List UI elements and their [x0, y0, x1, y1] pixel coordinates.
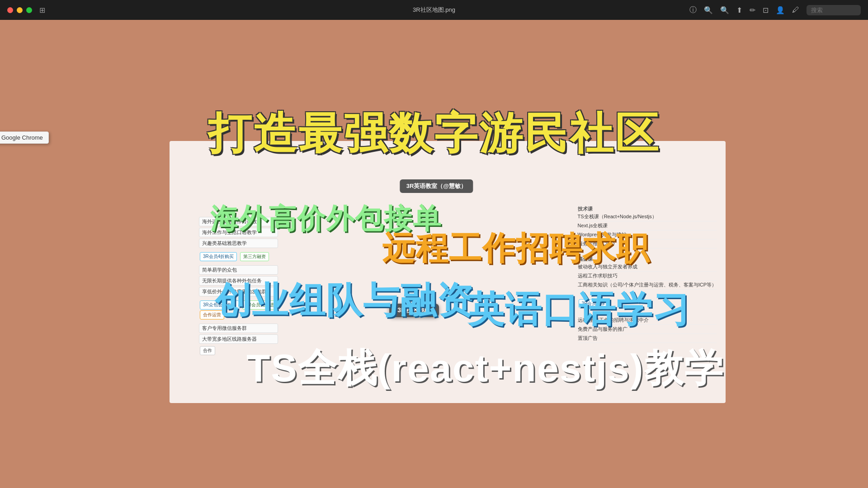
tag-item: 第三方融资	[240, 252, 269, 261]
traffic-lights	[7, 7, 32, 13]
overlay-text-yingyu: 英语口语学习	[468, 286, 690, 334]
expand-icon[interactable]: ⊡	[763, 6, 769, 14]
main-title: 打造最强数字游民社区	[208, 105, 660, 164]
overlay-text-ts: TS全栈(react+nestjs)教学	[246, 342, 724, 395]
account-icon[interactable]: 👤	[776, 6, 785, 14]
list-item: 兴趣类基础雅思教学	[199, 239, 278, 248]
window-title: 3R社区地图.png	[413, 6, 455, 14]
list-item: 远程工作求职技巧	[578, 272, 717, 281]
list-item: 简单易学的众包	[199, 265, 278, 275]
list-item: TS全栈课（React+Node.js/Nestjs）	[578, 212, 717, 221]
list-item: 置顶广告	[578, 334, 717, 343]
preview-container: 打造最强数字游民社区 海外远程编码工作口语教学 海外工作与生活口语教学 兴趣类基…	[142, 96, 726, 403]
zoom-in-icon[interactable]: 🔍	[720, 6, 729, 14]
annotate-icon[interactable]: 🖊	[792, 6, 799, 14]
chrome-badge: Google Chrome	[0, 131, 49, 144]
titlebar: ⊞ 3R社区地图.png ⓘ 🔍 🔍 ⬆ ✏ ⊡ 👤 🖊	[0, 0, 868, 20]
overlay-text-chuangye: 创业组队与融资	[215, 277, 474, 325]
maximize-button[interactable]	[26, 7, 32, 13]
tag-item: 3R会员4折购买	[200, 252, 237, 261]
zoom-out-icon[interactable]: 🔍	[704, 6, 713, 14]
close-button[interactable]	[7, 7, 13, 13]
search-input[interactable]	[807, 5, 861, 15]
share-icon[interactable]: ⬆	[736, 6, 742, 14]
edit-icon[interactable]: ✏	[750, 6, 755, 14]
section-title: 技术课	[578, 206, 717, 212]
overlay-text-yuancheng: 远程工作招聘求职	[382, 227, 650, 270]
minimize-button[interactable]	[17, 7, 23, 13]
info-icon[interactable]: ⓘ	[689, 5, 697, 15]
main-content: Google Chrome 打造最强数字游民社区 海外远程编码工作口语教学 海外…	[0, 20, 868, 488]
sidebar-toggle-button[interactable]: ⊞	[39, 6, 45, 14]
tag-item: 合作	[200, 346, 215, 355]
center-node: 3R英语教室（@慧敏）	[400, 179, 473, 193]
toolbar: ⓘ 🔍 🔍 ⬆ ✏ ⊡ 👤 🖊	[689, 5, 861, 15]
